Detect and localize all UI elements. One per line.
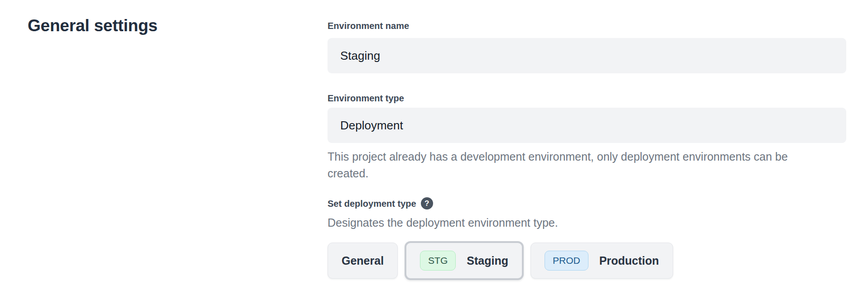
environment-type-input[interactable] <box>328 108 846 143</box>
deployment-type-options: General STG Staging PROD Production <box>328 241 846 280</box>
environment-type-label: Environment type <box>328 92 846 104</box>
page-title: General settings <box>28 16 158 35</box>
settings-form: Environment name Environment type This p… <box>328 20 846 280</box>
general-settings-page: General settings Environment name Enviro… <box>0 0 868 295</box>
deployment-type-option-production[interactable]: PROD Production <box>530 243 673 279</box>
environment-type-hint: This project already has a development e… <box>328 148 821 182</box>
deployment-type-description: Designates the deployment environment ty… <box>328 215 846 230</box>
option-general-label: General <box>342 254 384 267</box>
staging-badge: STG <box>420 251 456 271</box>
set-deployment-type-row: Set deployment type ? <box>328 197 846 209</box>
option-staging-label: Staging <box>467 254 508 267</box>
environment-name-input[interactable] <box>328 38 846 73</box>
deployment-type-option-general[interactable]: General <box>328 243 398 279</box>
option-production-label: Production <box>599 254 659 267</box>
set-deployment-type-label: Set deployment type <box>328 198 416 209</box>
environment-name-label: Environment name <box>328 20 846 32</box>
question-mark-icon[interactable]: ? <box>421 197 433 209</box>
production-badge: PROD <box>545 251 588 271</box>
deployment-type-option-staging[interactable]: STG Staging <box>405 241 524 280</box>
